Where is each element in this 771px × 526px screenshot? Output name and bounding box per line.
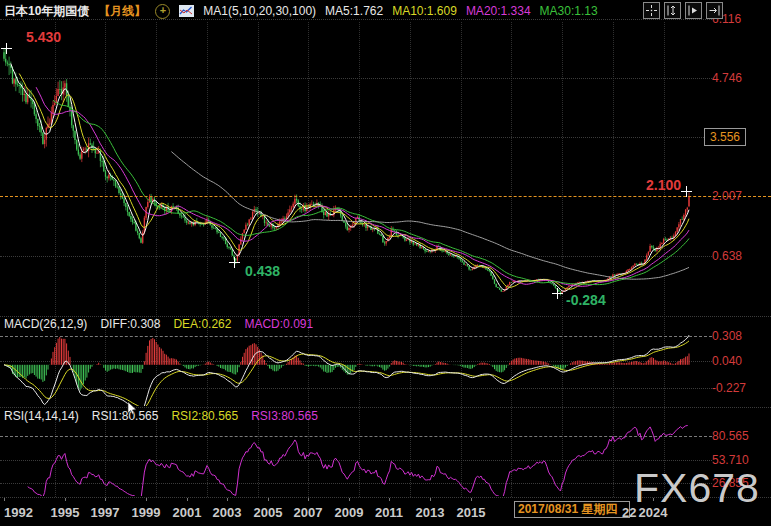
macd-axis-label: 0.308 (712, 329, 742, 343)
year-label: 2013 (416, 505, 445, 520)
chart-thumbnail-icon[interactable] (179, 5, 194, 17)
axis-tick (389, 498, 390, 501)
rsi2-value: RSI2:80.565 (171, 409, 238, 423)
crosshair-date-box: 2017/08/31 星期四 (514, 501, 630, 518)
macd-diff-value: DIFF:0.308 (100, 317, 160, 331)
axis-tick (105, 498, 106, 501)
step-forward-icon[interactable] (685, 2, 702, 19)
year-label: 2001 (173, 505, 202, 520)
macd-pane[interactable] (0, 332, 691, 406)
year-label: 2003 (213, 505, 242, 520)
ma-settings-label: MA1(5,10,20,30,100) (203, 4, 316, 18)
year-label: 1997 (91, 505, 120, 520)
rsi-header: RSI(14,14,14) RSI1:80.565 RSI2:80.565 RS… (4, 409, 318, 423)
price-axis-label: 2.007 (712, 189, 742, 203)
macd-axis-label: -0.227 (712, 381, 746, 395)
axis-tick (308, 498, 309, 501)
year-label: 1992 (4, 505, 33, 520)
watermark: FX678 (634, 468, 760, 509)
toolbar-icons (643, 2, 723, 19)
price-axis-label: 0.638 (712, 249, 742, 263)
year-label: 2015 (457, 505, 486, 520)
macd-dea-value: DEA:0.262 (173, 317, 231, 331)
year-label: 1995 (51, 505, 80, 520)
macd-value: MACD:0.091 (244, 317, 313, 331)
price-axis-label: 3.556 (704, 128, 746, 146)
pan-right-icon[interactable] (706, 2, 723, 19)
rsi3-value: RSI3:80.565 (251, 409, 318, 423)
mouse-cursor (127, 402, 139, 416)
macd-params: MACD(26,12,9) (4, 317, 87, 331)
year-label: 2007 (294, 505, 323, 520)
main-chart-pane[interactable] (0, 22, 691, 316)
rsi-axis-label: 80.565 (712, 429, 749, 443)
price-axis-label: 4.746 (712, 71, 742, 85)
axis-tick (4, 498, 5, 501)
chart-header: 日本10年期国债 【月线】 + MA1(5,10,20,30,100) MA5:… (0, 0, 771, 22)
rsi-pane[interactable] (0, 425, 691, 496)
macd-axis-label: 0.040 (712, 354, 742, 368)
axis-tick (268, 498, 269, 501)
rsi1-value: RSI1:80.565 (92, 409, 159, 423)
axis-tick (65, 498, 66, 501)
circle-plus-icon[interactable]: + (155, 4, 170, 19)
year-label: 2009 (335, 505, 364, 520)
year-label: 2011 (375, 505, 403, 520)
ma5-value: MA5:1.762 (325, 4, 383, 18)
macd-header: MACD(26,12,9) DIFF:0.308 DEA:0.262 MACD:… (4, 317, 313, 331)
axis-tick (146, 498, 147, 501)
axis-tick (430, 498, 431, 501)
instrument-title: 日本10年期国债 (4, 3, 89, 20)
axis-tick (349, 498, 350, 501)
axis-tick (227, 498, 228, 501)
axis-tick (187, 498, 188, 501)
chart-app: 6.1164.7463.5562.0070.6380.3080.040-0.22… (0, 0, 771, 526)
y-axis-range-icon[interactable] (664, 2, 681, 19)
period-label[interactable]: 【月线】 (98, 3, 146, 20)
crosshair-date-label: 2017/08/31 星期四 (518, 501, 617, 518)
axis-tick (471, 498, 472, 501)
year-label: 2005 (254, 505, 283, 520)
ma10-value: MA10:1.609 (392, 4, 457, 18)
ma30-value: MA30:1.13 (540, 4, 598, 18)
crosshair-tool-icon[interactable] (643, 2, 660, 19)
rsi-params: RSI(14,14,14) (4, 409, 79, 423)
year-label: 1999 (132, 505, 161, 520)
pane-separator (0, 407, 771, 408)
ma20-value: MA20:1.334 (466, 4, 531, 18)
